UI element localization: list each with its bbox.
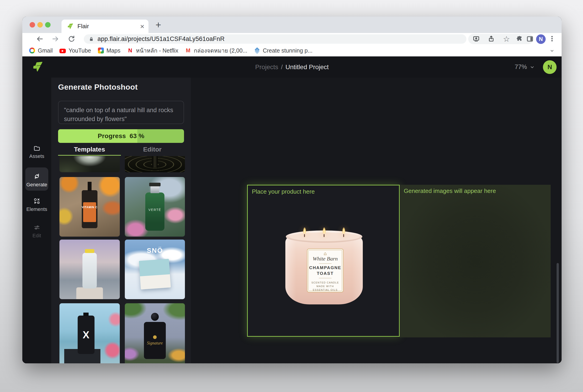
active-tab-indicator [58, 155, 121, 156]
sidebar-rail: Assets Generate [22, 78, 51, 363]
side-panel-icon [526, 35, 534, 43]
tab-close-icon[interactable]: × [140, 23, 144, 30]
bookmark-maps[interactable]: Maps [98, 47, 120, 54]
flair-app: Projects / Untitled Project 77% N Assets [22, 56, 561, 363]
lock-icon [88, 36, 94, 42]
breadcrumb-projects-link[interactable]: Projects [255, 64, 278, 71]
chevron-down-icon [549, 48, 555, 54]
macos-close-button[interactable] [30, 22, 35, 28]
share-button[interactable] [487, 35, 495, 43]
browser-menu-button[interactable] [551, 35, 553, 43]
bookmarks-bar: Gmail YouTube Maps N หน้าหลัก - Netflix … [22, 45, 561, 56]
puzzle-icon [516, 35, 523, 43]
back-arrow-icon [36, 35, 44, 43]
zoom-level-value: 77% [515, 64, 527, 70]
panel-title: Generate Photoshoot [58, 82, 138, 92]
breadcrumb-project-name: Untitled Project [285, 64, 329, 71]
sync-icon [33, 173, 41, 180]
flame-icon [303, 227, 306, 234]
browser-profile-avatar[interactable]: N [536, 34, 546, 44]
sidebar-item-edit[interactable]: Edit [22, 224, 51, 239]
browser-tab[interactable]: Flair × [62, 20, 148, 33]
sidebar-item-elements[interactable]: Elements [22, 198, 51, 212]
user-avatar[interactable]: N [543, 60, 556, 74]
template-xtrem-black-bottle[interactable]: X [60, 303, 120, 363]
barn-icon [321, 252, 329, 255]
generated-area-label: Generated images will appear here [404, 188, 496, 194]
browser-window: Flair × + app.flair.ai/projects/U51a1CS [22, 16, 561, 363]
chevron-down-icon [529, 64, 535, 70]
macos-zoom-button[interactable] [45, 22, 51, 28]
back-button[interactable] [36, 35, 44, 44]
bookmark-netflix[interactable]: N หน้าหลัก - Netflix [127, 46, 178, 55]
flair-favicon-icon [67, 23, 74, 30]
product-image-candle[interactable]: White Barn CHAMPAGNE TOAST SCENTED CANDL… [285, 230, 363, 305]
install-app-button[interactable] [472, 35, 480, 43]
youtube-icon [60, 49, 66, 53]
google-g-icon [29, 48, 35, 54]
gmail-icon: M [185, 48, 191, 54]
progress-bar: Progress63 % [58, 129, 184, 143]
breadcrumb: Projects / Untitled Project [22, 56, 561, 78]
bookmark-youtube[interactable]: YouTube [60, 47, 91, 54]
vertical-scrollbar[interactable] [556, 263, 559, 363]
generate-panel: Generate Photoshoot "candle on top of a … [51, 78, 191, 363]
tab-templates[interactable]: Templates [58, 146, 121, 153]
app-header: Projects / Untitled Project 77% N [22, 56, 561, 78]
zoom-level-dropdown[interactable]: 77% [515, 56, 535, 78]
prompt-input[interactable]: "candle on top of a natural hill and roc… [58, 101, 184, 124]
template-signature-black-perfume[interactable]: Signature [125, 303, 185, 363]
browser-titlebar: Flair × + [22, 16, 561, 33]
layers-icon [254, 48, 260, 54]
bookmarks-overflow-button[interactable] [549, 48, 555, 54]
share-icon [487, 35, 495, 43]
template-sno-ice-cream-box[interactable]: SNÖ [125, 240, 185, 299]
address-bar[interactable]: app.flair.ai/projects/U51a1CSF4aLy561oaF… [84, 34, 466, 44]
tab-editor[interactable]: Editor [121, 146, 184, 153]
netflix-icon: N [127, 48, 133, 54]
product-box-label: Place your product here [252, 188, 315, 195]
bookmark-inbox[interactable]: M กล่องจดหมาย (2,00... [185, 46, 247, 55]
template-liquid-ripple[interactable] [125, 156, 185, 172]
reload-button[interactable] [67, 35, 76, 44]
macos-minimize-button[interactable] [37, 22, 43, 28]
template-mossy-rocks[interactable] [60, 156, 120, 172]
forward-arrow-icon [52, 35, 60, 43]
folder-icon [34, 145, 40, 152]
google-maps-icon [98, 48, 104, 54]
sidebar-item-assets[interactable]: Assets [22, 145, 51, 159]
flame-icon [342, 227, 345, 234]
side-panel-button[interactable] [526, 35, 534, 43]
clover-logo-icon [153, 335, 157, 339]
template-water-bottle-pedestal[interactable] [60, 240, 120, 299]
browser-toolbar: app.flair.ai/projects/U51a1CSF4aLy561oaF… [22, 33, 561, 45]
forward-button[interactable] [52, 35, 60, 44]
editor-canvas: Place your product here [191, 78, 561, 363]
generated-images-area: Generated images will appear here [400, 185, 551, 338]
progress-text: Progress63 % [58, 129, 184, 143]
sliders-icon [34, 224, 40, 231]
bookmark-star-button[interactable]: ☆ [502, 35, 511, 43]
install-icon [472, 35, 480, 43]
sidebar-item-generate[interactable]: Generate [25, 171, 48, 188]
url-text: app.flair.ai/projects/U51a1CSF4aLy561oaF… [98, 36, 224, 42]
reload-icon [67, 35, 76, 43]
shapes-icon [34, 198, 40, 204]
template-verte-green-bottle[interactable]: VERTÉ [125, 177, 185, 236]
template-vitamin-c-serum[interactable]: VITAMIN C [60, 177, 120, 236]
candle-label: White Barn CHAMPAGNE TOAST SCENTED CANDL… [307, 249, 344, 292]
product-placement-box[interactable]: Place your product here [247, 185, 400, 337]
new-tab-button[interactable]: + [156, 20, 161, 30]
bookmark-gmail[interactable]: Gmail [29, 47, 53, 54]
flame-icon [323, 227, 326, 234]
extensions-button[interactable] [516, 35, 524, 43]
bookmark-create-stunning[interactable]: Create stunning p... [254, 47, 313, 54]
tab-title: Flair [77, 23, 140, 30]
